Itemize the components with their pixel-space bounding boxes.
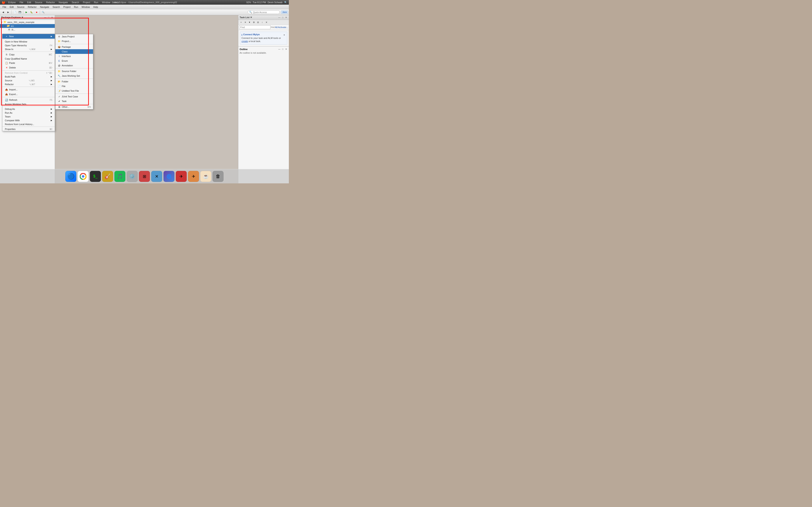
tree-project-item[interactable]: ▼ 📁 eecs_391_sepia_example <box>0 20 55 24</box>
eclipse-menu-refactor[interactable]: Refactor <box>26 5 39 9</box>
menu-edit[interactable]: Edit <box>26 1 32 4</box>
submenu-task[interactable]: ✔ Task <box>55 99 93 104</box>
menu-window[interactable]: Window <box>101 1 111 4</box>
submenu-untitled-text-file[interactable]: 📝 Untitled Text File <box>55 89 93 93</box>
toolbar-search-btn[interactable]: 🔍 <box>41 10 45 14</box>
submenu-junit-test-case[interactable]: ✓ JUnit Test Case <box>55 94 93 99</box>
submenu-java-working-set[interactable]: 🔧 Java Working Set <box>55 73 93 78</box>
submenu-package[interactable]: 📦 Package <box>55 45 93 49</box>
panel-maximize-btn[interactable]: □ <box>47 16 50 19</box>
toolbar-new-btn[interactable]: 📄 <box>12 10 17 14</box>
toolbar-forward-btn[interactable]: ▶ <box>6 10 11 14</box>
dock-terminal[interactable]: $_ <box>90 171 101 182</box>
dock-app7[interactable]: ⊞ <box>139 171 150 182</box>
toolbar-save-btn[interactable]: 💾 <box>17 10 22 14</box>
submenu-interface[interactable]: I Interface <box>55 54 93 59</box>
dock-chrome[interactable] <box>78 171 89 182</box>
submenu-enum[interactable]: E Enum <box>55 59 93 63</box>
context-team[interactable]: Team <box>2 115 55 118</box>
eclipse-menu-search[interactable]: Search <box>51 5 62 9</box>
toolbar-back-btn[interactable]: ◀ <box>1 10 5 14</box>
context-debug-as[interactable]: Debug As <box>2 107 55 111</box>
submenu-java-project[interactable]: ☕ Java Project <box>55 34 93 39</box>
dock-app8[interactable]: ✕ <box>151 171 162 182</box>
menu-project[interactable]: Project <box>82 1 91 4</box>
eclipse-menu-navigate[interactable]: Navigate <box>38 5 51 9</box>
submenu-other[interactable]: ⊞ Other... ⌘N <box>55 105 93 109</box>
context-open-type-hierarchy[interactable]: Open Type Hierarchy F4 <box>2 44 55 47</box>
submenu-folder[interactable]: 📂 Folder <box>55 79 93 84</box>
tree-src-item[interactable]: ▶ 📂 src <box>0 24 55 28</box>
context-assign-working-sets[interactable]: Assign Working Sets... <box>2 102 55 106</box>
eclipse-menu-project[interactable]: Project <box>61 5 72 9</box>
context-export[interactable]: 📤 Export... <box>2 92 55 97</box>
quick-access-search[interactable]: 🔍 <box>248 10 280 14</box>
submenu-project[interactable]: 📁 Project... <box>55 39 93 44</box>
toolbar-stop-btn[interactable]: ■ <box>34 10 39 14</box>
eclipse-menu-run[interactable]: Run <box>72 5 80 9</box>
context-open-new-window[interactable]: Open in New Window <box>2 40 55 44</box>
tree-sub-item[interactable]: ☕ R... <box>0 28 55 32</box>
context-refactor[interactable]: Refactor ⌥⌘T <box>2 82 55 86</box>
menu-file[interactable]: File <box>18 1 24 4</box>
connect-close-btn[interactable]: ✕ <box>283 34 286 36</box>
dock-system-prefs[interactable]: ⚙️ <box>126 171 138 182</box>
outline-close[interactable]: ✕ <box>285 48 288 51</box>
task-collapse-btn[interactable]: ⊟ <box>256 20 260 24</box>
dock-app9[interactable]: 🌀 <box>163 171 174 182</box>
eclipse-menu-source[interactable]: Source <box>15 5 26 9</box>
context-show-in[interactable]: Show In ⌥⌘W <box>2 47 55 51</box>
context-import[interactable]: 📥 Import... <box>2 87 55 92</box>
task-activate-link[interactable]: Activate... <box>278 26 288 29</box>
dock-theine[interactable]: ☕ <box>200 171 211 182</box>
dock-app4[interactable]: 🎸 <box>102 171 113 182</box>
context-source[interactable]: Source ⌥⌘S <box>2 78 55 82</box>
menu-search[interactable]: Search <box>71 1 80 4</box>
search-icon[interactable]: 🔍 <box>284 1 287 4</box>
task-all-link[interactable]: All <box>275 26 277 29</box>
task-filter-btn[interactable]: ▼ <box>248 20 251 24</box>
task-find-input[interactable] <box>239 25 270 29</box>
context-restore-local-history[interactable]: Restore from Local History... <box>2 122 55 126</box>
outline-maximize[interactable]: □ <box>281 48 284 51</box>
context-refresh[interactable]: 🔄 Refresh F5 <box>2 98 55 102</box>
context-delete[interactable]: ✕ Delete ⌦ <box>2 65 55 70</box>
context-run-as[interactable]: Run As <box>2 111 55 115</box>
dock-spotify[interactable]: 🎵 <box>114 171 125 182</box>
connect-create-link[interactable]: create <box>242 40 248 43</box>
eclipse-menu-file[interactable]: File <box>1 5 8 9</box>
submenu-file[interactable]: 📄 File <box>55 84 93 89</box>
submenu-class[interactable]: C Class <box>55 49 93 54</box>
task-new-btn[interactable]: + <box>239 20 243 24</box>
panel-close-btn[interactable]: ✕ <box>51 16 53 19</box>
context-properties[interactable]: Properties ⌘I <box>2 127 55 131</box>
task-sync-btn[interactable]: ↕ <box>260 20 264 24</box>
context-build-path[interactable]: Build Path <box>2 75 55 78</box>
submenu-source-folder[interactable]: 📁 Source Folder <box>55 69 93 73</box>
context-menu-new[interactable]: + New <box>2 34 55 39</box>
dock-app10[interactable]: ✈ <box>176 171 187 182</box>
menu-run[interactable]: Run <box>93 1 99 4</box>
java-perspective-badge[interactable]: Java <box>281 11 288 14</box>
menu-refactor[interactable]: Refactor <box>45 1 56 4</box>
toolbar-debug-btn[interactable]: 🐛 <box>29 10 34 14</box>
context-paste[interactable]: 📋 Paste ⌘V <box>2 61 55 65</box>
task-settings-btn[interactable]: ⚙ <box>252 20 256 24</box>
menu-source[interactable]: Source <box>34 1 43 4</box>
eclipse-menu-help[interactable]: Help <box>92 5 100 9</box>
dock-trash[interactable]: 🗑 <box>212 171 223 182</box>
context-compare-with[interactable]: Compare With <box>2 118 55 122</box>
task-panel-close[interactable]: ✕ <box>285 16 288 19</box>
menu-navigate[interactable]: Navigate <box>58 1 69 4</box>
toolbar-run-btn[interactable]: ▶ <box>24 10 29 14</box>
dock-finder[interactable]: 🔵 <box>65 171 77 182</box>
outline-minimize[interactable]: — <box>278 48 281 51</box>
menu-eclipse[interactable]: Eclipse <box>7 1 16 4</box>
eclipse-menu-window[interactable]: Window <box>80 5 92 9</box>
task-delete-btn[interactable]: ✕ <box>243 20 247 24</box>
task-close-btn[interactable]: ✕ <box>264 20 268 24</box>
panel-minimize-btn[interactable]: — <box>44 16 47 19</box>
task-panel-minimize[interactable]: — <box>278 16 281 19</box>
dock-papirus[interactable]: ✈ <box>188 171 199 182</box>
context-copy-qualified-name[interactable]: Copy Qualified Name <box>2 57 55 61</box>
